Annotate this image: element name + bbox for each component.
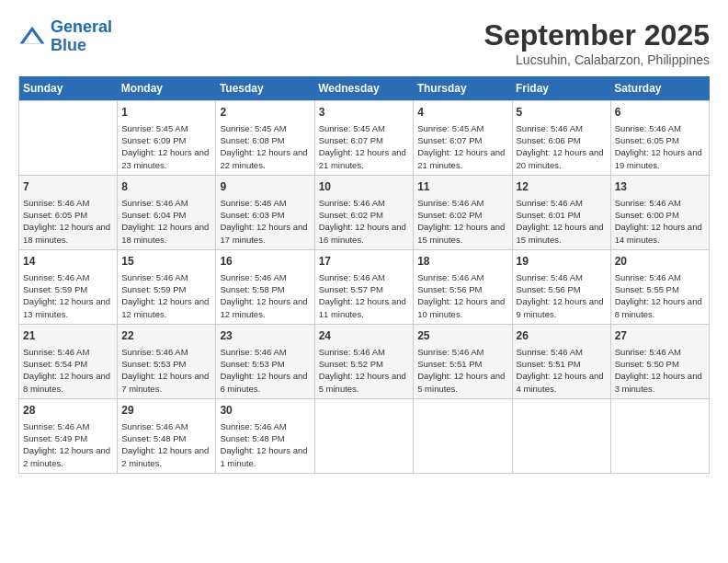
sunset-text: Sunset: 5:53 PM [220,358,310,370]
weekday-header-tuesday: Tuesday [216,76,314,101]
sunrise-text: Sunrise: 5:46 AM [220,346,310,358]
week-row-1: 7Sunrise: 5:46 AMSunset: 6:05 PMDaylight… [19,175,710,249]
daylight-text: Daylight: 12 hours and 8 minutes. [23,370,113,395]
day-number: 7 [23,179,113,195]
sunset-text: Sunset: 6:02 PM [319,209,410,221]
week-row-4: 28Sunrise: 5:46 AMSunset: 5:49 PMDayligh… [19,398,710,473]
day-number: 23 [220,328,310,344]
weekday-header-monday: Monday [118,76,216,101]
day-number: 6 [615,105,705,121]
sunrise-text: Sunrise: 5:45 AM [220,122,310,134]
calendar-cell: 22Sunrise: 5:46 AMSunset: 5:53 PMDayligh… [118,324,216,398]
calendar-cell: 4Sunrise: 5:45 AMSunset: 6:07 PMDaylight… [414,101,512,176]
calendar-cell: 8Sunrise: 5:46 AMSunset: 6:04 PMDaylight… [118,175,216,249]
calendar-cell: 17Sunrise: 5:46 AMSunset: 5:57 PMDayligh… [314,249,414,324]
sunrise-text: Sunrise: 5:46 AM [121,271,211,283]
page-header: General Blue September 2025 Lucsuhin, Ca… [18,18,710,67]
daylight-text: Daylight: 12 hours and 11 minutes. [319,295,410,320]
calendar-cell: 15Sunrise: 5:46 AMSunset: 5:59 PMDayligh… [118,249,216,324]
daylight-text: Daylight: 12 hours and 20 minutes. [517,146,607,171]
sunrise-text: Sunrise: 5:46 AM [319,346,410,358]
daylight-text: Daylight: 12 hours and 12 minutes. [220,295,310,320]
calendar-cell: 5Sunrise: 5:46 AMSunset: 6:06 PMDaylight… [512,101,610,176]
sunset-text: Sunset: 5:48 PM [220,432,310,444]
month-title: September 2025 [484,18,710,52]
sunset-text: Sunset: 5:58 PM [220,283,310,295]
sunrise-text: Sunrise: 5:46 AM [23,420,113,432]
sunset-text: Sunset: 6:00 PM [615,209,705,221]
sunset-text: Sunset: 6:09 PM [121,134,211,146]
daylight-text: Daylight: 12 hours and 5 minutes. [319,370,410,395]
daylight-text: Daylight: 12 hours and 2 minutes. [121,444,211,469]
calendar-cell: 21Sunrise: 5:46 AMSunset: 5:54 PMDayligh… [19,324,118,398]
sunset-text: Sunset: 5:54 PM [23,358,113,370]
week-row-3: 21Sunrise: 5:46 AMSunset: 5:54 PMDayligh… [19,324,710,398]
logo: General Blue [18,18,112,55]
sunset-text: Sunset: 5:51 PM [517,358,607,370]
daylight-text: Daylight: 12 hours and 22 minutes. [220,146,310,171]
daylight-text: Daylight: 12 hours and 21 minutes. [417,146,507,171]
day-number: 28 [23,403,113,419]
day-number: 10 [319,179,410,195]
sunrise-text: Sunrise: 5:46 AM [121,420,211,432]
sunrise-text: Sunrise: 5:46 AM [220,197,310,209]
sunrise-text: Sunrise: 5:46 AM [319,271,410,283]
daylight-text: Daylight: 12 hours and 21 minutes. [319,146,410,171]
day-number: 13 [615,179,705,195]
day-number: 19 [517,254,607,270]
sunrise-text: Sunrise: 5:46 AM [417,197,507,209]
sunset-text: Sunset: 5:55 PM [615,283,705,295]
sunset-text: Sunset: 6:06 PM [517,134,607,146]
calendar-cell: 2Sunrise: 5:45 AMSunset: 6:08 PMDaylight… [216,101,314,176]
day-number: 15 [121,254,211,270]
calendar-cell: 24Sunrise: 5:46 AMSunset: 5:52 PMDayligh… [314,324,414,398]
sunrise-text: Sunrise: 5:46 AM [319,197,410,209]
sunset-text: Sunset: 6:01 PM [517,209,607,221]
sunrise-text: Sunrise: 5:46 AM [615,197,705,209]
daylight-text: Daylight: 12 hours and 9 minutes. [517,295,607,320]
day-number: 21 [23,328,113,344]
day-number: 8 [121,179,211,195]
calendar-cell [512,398,610,473]
calendar-cell [610,398,709,473]
sunrise-text: Sunrise: 5:46 AM [417,346,507,358]
sunrise-text: Sunrise: 5:46 AM [220,271,310,283]
sunrise-text: Sunrise: 5:46 AM [517,346,607,358]
day-number: 9 [220,179,310,195]
calendar-cell: 10Sunrise: 5:46 AMSunset: 6:02 PMDayligh… [314,175,414,249]
sunrise-text: Sunrise: 5:46 AM [517,271,607,283]
calendar-cell: 29Sunrise: 5:46 AMSunset: 5:48 PMDayligh… [118,398,216,473]
weekday-header-thursday: Thursday [414,76,512,101]
sunset-text: Sunset: 5:53 PM [121,358,211,370]
sunset-text: Sunset: 6:07 PM [319,134,410,146]
calendar-cell: 6Sunrise: 5:46 AMSunset: 6:05 PMDaylight… [610,101,709,176]
daylight-text: Daylight: 12 hours and 16 minutes. [319,221,410,246]
sunrise-text: Sunrise: 5:46 AM [121,346,211,358]
calendar-cell: 23Sunrise: 5:46 AMSunset: 5:53 PMDayligh… [216,324,314,398]
day-number: 2 [220,105,310,121]
daylight-text: Daylight: 12 hours and 10 minutes. [417,295,507,320]
sunset-text: Sunset: 5:59 PM [23,283,113,295]
sunrise-text: Sunrise: 5:46 AM [417,271,507,283]
weekday-header-wednesday: Wednesday [314,76,414,101]
day-number: 20 [615,254,705,270]
sunset-text: Sunset: 6:04 PM [121,209,211,221]
calendar-cell: 11Sunrise: 5:46 AMSunset: 6:02 PMDayligh… [414,175,512,249]
sunset-text: Sunset: 5:59 PM [121,283,211,295]
calendar-cell: 26Sunrise: 5:46 AMSunset: 5:51 PMDayligh… [512,324,610,398]
title-block: September 2025 Lucsuhin, Calabarzon, Phi… [484,18,710,67]
day-number: 18 [417,254,507,270]
sunrise-text: Sunrise: 5:46 AM [121,197,211,209]
sunrise-text: Sunrise: 5:45 AM [121,122,211,134]
calendar-table: SundayMondayTuesdayWednesdayThursdayFrid… [18,76,710,474]
calendar-cell: 25Sunrise: 5:46 AMSunset: 5:51 PMDayligh… [414,324,512,398]
daylight-text: Daylight: 12 hours and 23 minutes. [121,146,211,171]
logo-line2: Blue [51,36,86,54]
day-number: 5 [517,105,607,121]
sunset-text: Sunset: 5:52 PM [319,358,410,370]
sunset-text: Sunset: 6:03 PM [220,209,310,221]
calendar-cell: 14Sunrise: 5:46 AMSunset: 5:59 PMDayligh… [19,249,118,324]
daylight-text: Daylight: 12 hours and 18 minutes. [121,221,211,246]
calendar-cell: 9Sunrise: 5:46 AMSunset: 6:03 PMDaylight… [216,175,314,249]
day-number: 11 [417,179,507,195]
